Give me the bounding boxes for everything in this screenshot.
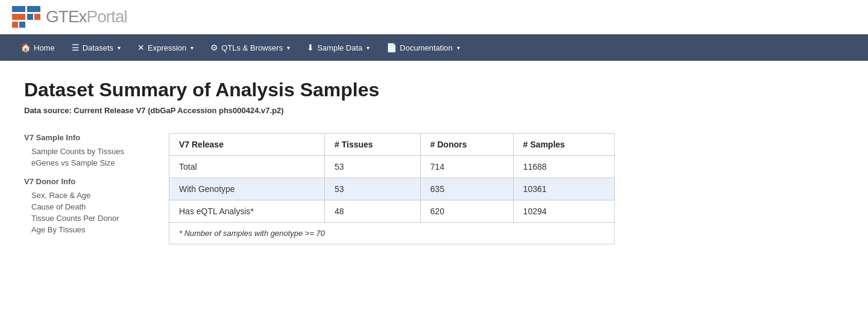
sidebar-item-cause-of-death[interactable]: Cause of Death: [24, 201, 145, 212]
row-genotype-tissues: 53: [325, 178, 421, 200]
sidebar-item-tissue-counts[interactable]: Tissue Counts Per Donor: [24, 212, 145, 224]
svg-rect-0: [12, 6, 25, 12]
col-header-donors: # Donors: [420, 134, 513, 156]
nav-documentation[interactable]: 📄 Documentation ▾: [378, 34, 468, 61]
table-row: Has eQTL Analysis* 48 620 10294: [169, 200, 615, 223]
col-header-release: V7 Release: [169, 134, 325, 156]
svg-rect-6: [19, 22, 25, 28]
sidebar-item-age-by-tissues[interactable]: Age By Tissues: [24, 224, 145, 235]
row-total-donors: 714: [420, 156, 513, 178]
table-row: With Genotype 53 635 10361: [169, 178, 615, 200]
sidebar-item-egenes[interactable]: eGenes vs Sample Size: [24, 157, 145, 169]
svg-rect-2: [27, 6, 40, 12]
table-footnote-row: * Number of samples with genotype >= 70: [169, 223, 615, 244]
chevron-down-icon: ▾: [366, 45, 370, 51]
sample-data-icon: ⬇: [307, 43, 314, 52]
nav-expression[interactable]: ✕ Expression ▾: [129, 34, 202, 61]
svg-rect-3: [27, 14, 33, 20]
row-genotype-label: With Genotype: [169, 178, 325, 200]
datasets-icon: ☰: [72, 43, 80, 52]
content-layout: V7 Sample Info Sample Counts by Tissues …: [24, 133, 844, 244]
main-nav: 🏠 Home ☰ Datasets ▾ ✕ Expression ▾ ⚙ QTL…: [0, 34, 868, 61]
chevron-down-icon: ▾: [457, 45, 460, 51]
main-content: Dataset Summary of Analysis Samples Data…: [0, 61, 868, 262]
svg-rect-5: [12, 22, 18, 28]
svg-rect-1: [12, 14, 25, 20]
nav-sample-data[interactable]: ⬇ Sample Data ▾: [298, 34, 378, 61]
row-total-label: Total: [169, 156, 325, 178]
chevron-down-icon: ▾: [118, 45, 121, 51]
row-total-samples: 11688: [513, 156, 614, 178]
logo-icon: [12, 6, 41, 28]
table-row: Total 53 714 11688: [169, 156, 615, 178]
row-genotype-samples: 10361: [513, 178, 614, 200]
sidebar-section-v7-sample-info: V7 Sample Info: [24, 133, 145, 142]
row-eqtl-samples: 10294: [513, 200, 614, 223]
summary-table: V7 Release # Tissues # Donors # Samples …: [169, 133, 615, 244]
row-eqtl-donors: 620: [420, 200, 513, 223]
logo[interactable]: GTExPortal: [12, 6, 127, 28]
site-header: GTExPortal: [0, 0, 868, 34]
row-genotype-donors: 635: [420, 178, 513, 200]
table-footnote: * Number of samples with genotype >= 70: [169, 223, 615, 244]
home-icon: 🏠: [20, 43, 31, 52]
page-title: Dataset Summary of Analysis Samples: [24, 79, 844, 101]
chevron-down-icon: ▾: [190, 45, 193, 51]
svg-rect-4: [34, 14, 40, 20]
sidebar: V7 Sample Info Sample Counts by Tissues …: [24, 133, 145, 235]
table-header-row: V7 Release # Tissues # Donors # Samples: [169, 134, 615, 156]
sidebar-item-sex-race-age[interactable]: Sex, Race & Age: [24, 190, 145, 201]
sidebar-item-sample-counts[interactable]: Sample Counts by Tissues: [24, 146, 145, 157]
chevron-down-icon: ▾: [287, 45, 290, 51]
logo-brand: GTExPortal: [46, 7, 127, 26]
sidebar-section-v7-donor-info: V7 Donor Info: [24, 177, 145, 186]
documentation-icon: 📄: [386, 43, 397, 52]
qtls-icon: ⚙: [210, 43, 218, 52]
expression-icon: ✕: [137, 43, 145, 52]
data-source-label: Data source: Current Release V7 (dbGaP A…: [24, 106, 844, 115]
row-eqtl-label: Has eQTL Analysis*: [169, 200, 325, 223]
row-eqtl-tissues: 48: [325, 200, 421, 223]
summary-table-container: V7 Release # Tissues # Donors # Samples …: [169, 133, 844, 244]
nav-qtls[interactable]: ⚙ QTLs & Browsers ▾: [202, 34, 298, 61]
col-header-tissues: # Tissues: [325, 134, 421, 156]
row-total-tissues: 53: [325, 156, 421, 178]
col-header-samples: # Samples: [513, 134, 614, 156]
nav-datasets[interactable]: ☰ Datasets ▾: [63, 34, 129, 61]
nav-home[interactable]: 🏠 Home: [12, 34, 63, 61]
